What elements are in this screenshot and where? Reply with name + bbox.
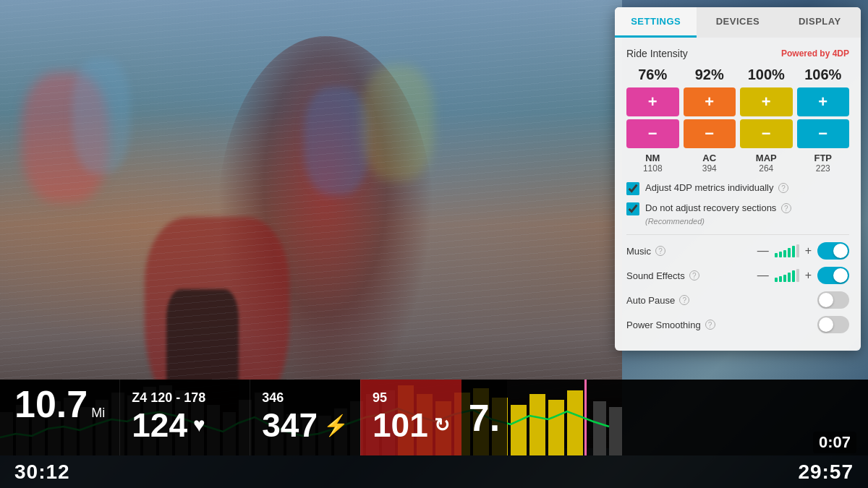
settings-row-music: Music ? — + [626, 242, 849, 260]
ftp-pct: 106% [804, 67, 841, 83]
nm-minus-button[interactable]: − [626, 119, 679, 148]
sound-effects-volume-bars [775, 269, 799, 282]
hud-bottom: 10.7 Mi Z4 120 - 178 124 ♥ 346 347 ⚡ 95 … [0, 380, 868, 488]
power-smoothing-toggle[interactable] [817, 316, 849, 333]
countdown-display: 0:07 [813, 432, 856, 453]
ac-name: AC [702, 153, 716, 163]
intensity-grid: 76% + − NM 1108 92% + − AC 394 100% + − … [626, 67, 849, 174]
tab-settings[interactable]: SETTINGS [615, 7, 697, 38]
ac-pct: 92% [695, 67, 724, 83]
sound-effects-toggle[interactable] [817, 267, 849, 284]
stats-row: 10.7 Mi Z4 120 - 178 124 ♥ 346 347 ⚡ 95 … [0, 380, 868, 455]
cadence-target: 95 [373, 390, 450, 406]
tab-devices[interactable]: DEVICES [697, 7, 778, 38]
auto-pause-controls [817, 291, 849, 309]
vol-bar-3 [783, 250, 786, 257]
no-recovery-help-icon[interactable]: ? [781, 203, 791, 213]
auto-pause-help-icon[interactable]: ? [679, 295, 689, 305]
music-toggle[interactable] [817, 242, 849, 260]
metric-nm: 76% + − NM 1108 [626, 67, 679, 174]
nm-pct: 76% [638, 67, 667, 83]
distance-unit: Mi [91, 406, 105, 421]
auto-pause-toggle-thumb [819, 293, 833, 307]
power-smoothing-help-icon[interactable]: ? [705, 320, 715, 330]
map-pct: 100% [748, 67, 785, 83]
map-name: MAP [756, 153, 777, 163]
power-smoothing-label: Power Smoothing [626, 320, 701, 330]
vol-bar-1 [775, 253, 778, 257]
music-volume-bars [775, 244, 799, 257]
sfx-vol-bar-3 [783, 275, 786, 282]
sfx-vol-bar-6 [796, 269, 799, 282]
adjust-4dp-help-icon[interactable]: ? [778, 183, 788, 193]
vol-bar-5 [792, 246, 795, 257]
time-remaining: 29:57 [798, 461, 854, 484]
ac-plus-button[interactable]: + [684, 87, 736, 116]
sfx-vol-bar-5 [792, 270, 795, 282]
sound-effects-help-icon[interactable]: ? [689, 270, 699, 281]
sound-effects-label-group: Sound Effects ? [626, 270, 699, 281]
music-volume-plus[interactable]: + [804, 244, 813, 257]
music-controls: — + [756, 242, 849, 260]
tab-display[interactable]: DISPLAY [779, 7, 861, 38]
metric-ftp: 106% + − FTP 223 [797, 67, 850, 174]
panel-tabs: SETTINGS DEVICES DISPLAY [615, 7, 861, 38]
metric-ac: 92% + − AC 394 [684, 67, 736, 174]
settings-row-power-smoothing: Power Smoothing ? [626, 316, 849, 333]
power-smoothing-label-group: Power Smoothing ? [626, 320, 715, 330]
ride-intensity-header: Ride Intensity Powered by 4DP [626, 48, 849, 59]
nm-name: NM [645, 153, 660, 163]
adjust-4dp-label: Adjust 4DP metrics individually [645, 182, 774, 193]
ftp-minus-button[interactable]: − [797, 119, 850, 148]
power-actual: 347 ⚡ [262, 406, 349, 445]
stat-distance: 10.7 Mi [0, 380, 119, 455]
refresh-icon: ↻ [434, 414, 450, 437]
vol-bar-4 [788, 248, 791, 257]
ftp-plus-button[interactable]: + [797, 87, 850, 116]
time-bar: 30:12 29:57 [0, 455, 868, 488]
hr-number: 124 [132, 406, 187, 445]
auto-pause-label: Auto Pause [626, 295, 675, 306]
settings-panel: SETTINGS DEVICES DISPLAY Ride Intensity … [615, 7, 861, 351]
power-number: 347 [262, 406, 318, 445]
ac-minus-button[interactable]: − [684, 119, 736, 148]
time-elapsed: 30:12 [14, 461, 70, 484]
sound-effects-label: Sound Effects [626, 270, 685, 281]
map-value: 264 [759, 163, 773, 174]
sfx-vol-bar-4 [788, 273, 791, 282]
auto-pause-toggle[interactable] [817, 291, 849, 309]
music-toggle-thumb [833, 244, 848, 258]
cadence-number: 101 [373, 406, 428, 445]
distance-value: 10.7 [14, 385, 88, 423]
powered-by: Powered by 4DP [781, 48, 849, 59]
settings-row-sound-effects: Sound Effects ? — + [626, 267, 849, 284]
cadence-actual: 101 ↻ [373, 406, 450, 445]
adjust-4dp-checkbox[interactable] [626, 182, 639, 195]
metric-map: 100% + − MAP 264 [740, 67, 793, 174]
stat-partial: 7. [461, 380, 507, 455]
nm-plus-button[interactable]: + [626, 87, 679, 116]
music-volume-minus[interactable]: — [756, 244, 770, 257]
no-recovery-checkbox[interactable] [626, 202, 639, 215]
settings-row-auto-pause: Auto Pause ? [626, 291, 849, 309]
map-minus-button[interactable]: − [740, 119, 793, 148]
partial-value: 7. [469, 396, 500, 440]
map-plus-button[interactable]: + [740, 87, 793, 116]
stat-cadence: 95 101 ↻ [360, 380, 461, 455]
vol-bar-2 [779, 252, 782, 257]
sound-effects-volume-plus[interactable]: + [804, 269, 813, 282]
panel-body: Ride Intensity Powered by 4DP 76% + − NM… [615, 38, 861, 351]
ftp-name: FTP [814, 153, 832, 163]
checkbox-no-recovery: Do not adjust recovery sections ? (Recom… [626, 201, 849, 227]
stat-power: 346 347 ⚡ [250, 380, 360, 455]
zone-hr-value: 124 ♥ [132, 406, 238, 445]
sfx-vol-bar-2 [779, 276, 782, 282]
ride-intensity-label: Ride Intensity [626, 48, 688, 59]
music-help-icon[interactable]: ? [655, 246, 665, 256]
zone-label: Z4 120 - 178 [132, 390, 238, 406]
divider-1 [626, 234, 849, 235]
sound-effects-volume-minus[interactable]: — [756, 269, 770, 282]
no-recovery-label: Do not adjust recovery sections [645, 202, 776, 213]
auto-pause-label-group: Auto Pause ? [626, 295, 689, 306]
heart-icon: ♥ [193, 414, 205, 437]
